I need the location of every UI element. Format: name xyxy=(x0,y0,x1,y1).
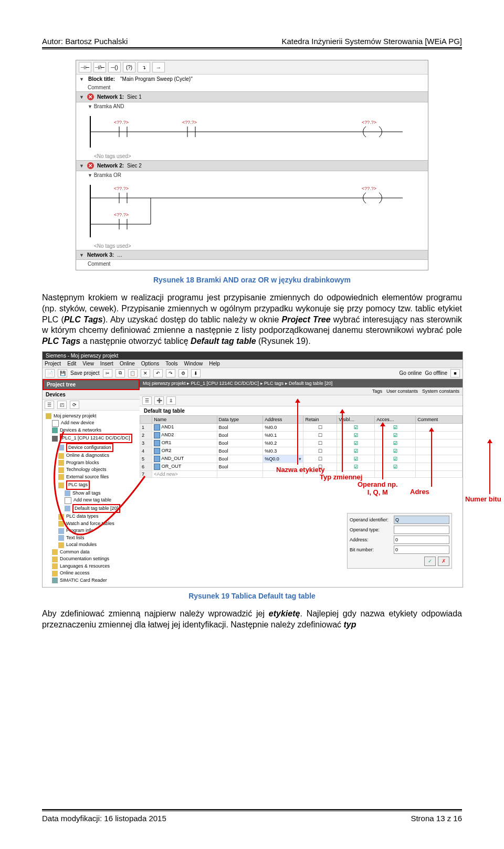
project-tree-header[interactable]: Project tree xyxy=(43,379,140,390)
tree-item[interactable]: Moj pierwszy projekt xyxy=(43,413,140,420)
tree-item[interactable]: Default tag table [20] xyxy=(43,504,140,513)
tree-item[interactable]: Program blocks xyxy=(43,459,140,467)
operand-bitnumber-input[interactable] xyxy=(394,546,449,554)
tab-user-constants[interactable]: User constants xyxy=(386,389,418,394)
save-project-button[interactable]: Save project xyxy=(70,370,100,376)
collapse-icon[interactable]: ▼ xyxy=(88,173,92,178)
tree-item[interactable]: Local modules xyxy=(43,541,140,549)
menu-insert[interactable]: Insert xyxy=(100,361,113,366)
network-1-name[interactable]: Siec 1 xyxy=(127,94,142,100)
tag-col-header[interactable]: Retain xyxy=(303,415,337,423)
tree-icon-1[interactable]: ☰ xyxy=(45,401,54,409)
svg-text:<??.?>: <??.?> xyxy=(182,120,197,125)
breadcrumb[interactable]: Moj pierwszy projekt ▸ PLC_1 [CPU 1214C … xyxy=(140,379,463,387)
tag-col-header[interactable] xyxy=(140,415,152,423)
tree-item[interactable]: Show all tags xyxy=(43,490,140,497)
cut-icon[interactable]: ✂ xyxy=(103,369,112,378)
tab-system-constants[interactable]: System constants xyxy=(422,389,459,394)
menu-window[interactable]: Window xyxy=(184,361,203,366)
collapse-icon[interactable]: ▼ xyxy=(79,77,84,82)
menu-help[interactable]: Help xyxy=(209,361,220,366)
go-offline-button[interactable]: Go offline xyxy=(425,370,447,376)
tree-item[interactable]: Online access xyxy=(43,570,140,577)
tree-item-label: Add new tag table xyxy=(74,497,111,504)
collapse-icon[interactable]: ▼ xyxy=(79,95,84,100)
tree-item[interactable]: SIMATIC Card Reader xyxy=(43,577,140,584)
paste-icon[interactable]: 📋 xyxy=(128,369,138,378)
network-2-bar[interactable]: ▼ ✕ Network 2: Siec 2 xyxy=(76,160,428,171)
tool-branch-down-icon[interactable]: ↴ xyxy=(138,62,150,72)
tag-col-header[interactable]: Data type xyxy=(217,415,263,423)
tag-table-header-row: NameData typeAddressRetainVisibl…Acces…C… xyxy=(140,415,463,423)
tree-item[interactable]: Device configuration xyxy=(43,443,140,453)
tree-item-label: Online & diagnostics xyxy=(66,452,109,459)
tag-row[interactable]: 1 AND1Bool%I0.0☐☑☑ xyxy=(140,423,463,431)
delete-icon[interactable]: ✕ xyxy=(141,369,150,378)
tree-item[interactable]: Add new tag table xyxy=(43,497,140,504)
block-title-value[interactable]: "Main Program Sweep (Cycle)" xyxy=(119,76,194,82)
collapse-icon[interactable]: ▼ xyxy=(88,104,92,109)
go-online-button[interactable]: Go online xyxy=(400,370,422,376)
tree-item[interactable]: Common data xyxy=(43,549,140,556)
tag-row[interactable]: 4 OR2Bool%I0.3☐☑☑ xyxy=(140,447,463,455)
tag-col-header[interactable]: Comment xyxy=(416,415,463,423)
tool-coil-icon[interactable]: ─() xyxy=(108,62,121,72)
network-1-bar[interactable]: ▼ ✕ Network 1: Siec 1 xyxy=(76,91,428,102)
tree-item[interactable]: PLC_1 [CPU 1214C DC/DC/DC] xyxy=(43,434,140,443)
collapse-icon[interactable]: ▼ xyxy=(79,253,84,258)
tag-col-header[interactable]: Name xyxy=(152,415,217,423)
operand-type-row: Operand type: xyxy=(350,526,449,534)
new-project-icon[interactable]: 📄 xyxy=(45,369,55,378)
copy-icon[interactable]: ⧉ xyxy=(116,369,125,378)
tree-item[interactable]: Technology objects xyxy=(43,466,140,474)
menu-options[interactable]: Options xyxy=(141,361,159,366)
tree-item[interactable]: Online & diagnostics xyxy=(43,452,140,459)
tree-item[interactable]: Watch and force tables xyxy=(43,520,140,528)
tag-tb-2-icon[interactable]: ➕ xyxy=(154,396,164,405)
operand-address-input[interactable] xyxy=(394,536,449,544)
collapse-icon[interactable]: ▼ xyxy=(79,163,84,169)
tree-icon-2[interactable]: ◰ xyxy=(57,401,67,409)
network-2-name[interactable]: Siec 2 xyxy=(127,163,142,169)
redo-icon[interactable]: ↷ xyxy=(166,369,175,378)
tree-icon-3[interactable]: ⟳ xyxy=(70,401,79,409)
tree-item[interactable]: Text lists xyxy=(43,534,140,542)
operand-ok-button[interactable]: ✓ xyxy=(424,557,436,566)
download-icon[interactable]: ⬇ xyxy=(191,369,201,378)
tag-tb-3-icon[interactable]: ⇫ xyxy=(166,396,176,405)
tree-item[interactable]: Devices & networks xyxy=(43,427,140,434)
tree-item[interactable]: Languages & resources xyxy=(43,563,140,570)
stop-icon[interactable]: ■ xyxy=(450,369,460,378)
network-3-name[interactable]: … xyxy=(117,252,122,258)
tree-item[interactable]: External source files xyxy=(43,474,140,481)
tree-item-label: Languages & resources xyxy=(60,563,110,570)
menu-tools[interactable]: Tools xyxy=(165,361,177,366)
tree-item[interactable]: Add new device xyxy=(43,420,140,427)
tool-branch-right-icon[interactable]: → xyxy=(152,62,165,72)
tree-item[interactable]: PLC tags xyxy=(43,480,140,490)
tab-tags[interactable]: Tags xyxy=(372,389,382,394)
tree-item-label: PLC_1 [CPU 1214C DC/DC/DC] xyxy=(60,434,132,443)
menu-view[interactable]: View xyxy=(82,361,94,366)
network-1-ladder[interactable]: <??.?> <??.?> <??.?> xyxy=(76,110,428,152)
tree-item[interactable]: PLC data types xyxy=(43,513,140,520)
menu-project[interactable]: Project xyxy=(45,361,61,366)
operand-type-input[interactable] xyxy=(394,526,449,534)
tree-item[interactable]: Documentation settings xyxy=(43,555,140,563)
operand-cancel-button[interactable]: ✗ xyxy=(438,557,449,566)
undo-icon[interactable]: ↶ xyxy=(153,369,163,378)
paragraph-1: Następnym krokiem w realizacji programu … xyxy=(42,292,462,347)
menu-edit[interactable]: Edit xyxy=(67,361,76,366)
compile-icon[interactable]: ⚙ xyxy=(178,369,188,378)
tag-tb-1-icon[interactable]: ☰ xyxy=(142,396,152,405)
tool-nc-contact-icon[interactable]: ⊣/⊢ xyxy=(93,62,106,72)
tag-row[interactable]: 3 OR1Bool%I0.2☐☑☑ xyxy=(140,439,463,447)
tool-empty-box-icon[interactable]: (?) xyxy=(123,62,135,72)
network-2-ladder[interactable]: <??.?> <??.?> <??.?> xyxy=(76,179,428,242)
tool-no-contact-icon[interactable]: ⊣⊢ xyxy=(79,62,91,72)
save-icon[interactable]: 💾 xyxy=(58,369,67,378)
tag-row[interactable]: 2 AND2Bool%I0.1☐☑☑ xyxy=(140,431,463,439)
tree-item[interactable]: Program info xyxy=(43,527,140,534)
menu-online[interactable]: Online xyxy=(120,361,135,366)
network-3-bar[interactable]: ▼ Network 3: … xyxy=(76,250,428,260)
